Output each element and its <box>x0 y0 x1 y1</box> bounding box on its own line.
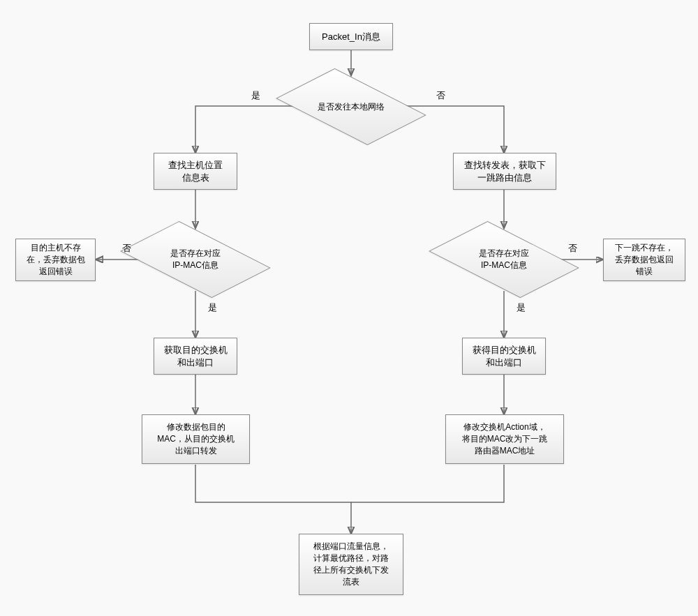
node-r3-line3: 路由器MAC地址 <box>475 445 535 457</box>
node-end-line3: 径上所有交换机下发 <box>313 564 389 576</box>
node-e2-line3: 错误 <box>636 266 653 278</box>
decision-local-network-text: 是否发往本地网络 <box>309 101 393 113</box>
node-e1-line2: 在，丢弃数据包 <box>27 254 85 266</box>
node-r1-line2: 一跳路由信息 <box>477 172 532 184</box>
node-r2-line1: 获得目的交换机 <box>473 344 536 356</box>
label-d1-yes: 是 <box>251 89 260 102</box>
node-l1-line2: 信息表 <box>182 172 209 184</box>
decision-ipmac-left: 是否存在对应 IP-MAC信息 <box>147 228 244 291</box>
node-get-dest-switch-right: 获得目的交换机 和出端口 <box>462 338 546 375</box>
label-d2-no: 否 <box>122 242 131 255</box>
label-d2-yes: 是 <box>208 301 217 314</box>
node-r2-line2: 和出端口 <box>486 356 522 369</box>
node-e1-line1: 目的主机不存 <box>31 242 81 254</box>
node-compute-optimal-path: 根据端口流量信息， 计算最优路径，对路 径上所有交换机下发 流表 <box>299 534 403 595</box>
node-error-host-not-exist: 目的主机不存 在，丢弃数据包 返回错误 <box>15 239 96 281</box>
label-d3-no: 否 <box>568 242 577 255</box>
node-modify-packet-mac: 修改数据包目的 MAC，从目的交换机 出端口转发 <box>142 414 250 464</box>
decision-d3-text: 是否存在对应 IP-MAC信息 <box>462 248 546 271</box>
node-end-line1: 根据端口流量信息， <box>313 541 389 553</box>
node-r3-line2: 将目的MAC改为下一跳 <box>462 433 548 445</box>
node-l1-line1: 查找主机位置 <box>168 159 223 172</box>
node-l2-line1: 获取目的交换机 <box>164 344 228 356</box>
label-d1-no: 否 <box>436 89 445 102</box>
decision-ipmac-right: 是否存在对应 IP-MAC信息 <box>455 228 553 291</box>
node-e2-line2: 丢弃数据包返回 <box>615 254 674 266</box>
node-l3-line2: MAC，从目的交换机 <box>157 433 235 445</box>
node-r1-line1: 查找转发表，获取下 <box>464 159 546 172</box>
node-l3-line3: 出端口转发 <box>175 445 217 457</box>
node-l3-line1: 修改数据包目的 <box>167 421 225 433</box>
node-modify-switch-action: 修改交换机Action域， 将目的MAC改为下一跳 路由器MAC地址 <box>445 414 564 464</box>
node-error-nexthop-not-exist: 下一跳不存在， 丢弃数据包返回 错误 <box>603 239 685 281</box>
node-lookup-host-table: 查找主机位置 信息表 <box>154 153 237 190</box>
node-end-line4: 流表 <box>343 576 359 588</box>
node-e2-line1: 下一跳不存在， <box>615 242 674 254</box>
decision-d2-text: 是否存在对应 IP-MAC信息 <box>154 248 237 271</box>
node-l2-line2: 和出端口 <box>177 356 214 369</box>
node-lookup-fwd-table: 查找转发表，获取下 一跳路由信息 <box>453 153 556 190</box>
decision-local-network: 是否发往本地网络 <box>302 75 400 138</box>
label-d3-yes: 是 <box>517 301 526 314</box>
node-e1-line3: 返回错误 <box>39 266 73 278</box>
node-start-text: Packet_In消息 <box>322 31 380 43</box>
node-start: Packet_In消息 <box>309 23 393 50</box>
node-end-line2: 计算最优路径，对路 <box>313 553 389 564</box>
node-r3-line1: 修改交换机Action域， <box>463 421 545 433</box>
node-get-dest-switch-left: 获取目的交换机 和出端口 <box>154 338 237 375</box>
